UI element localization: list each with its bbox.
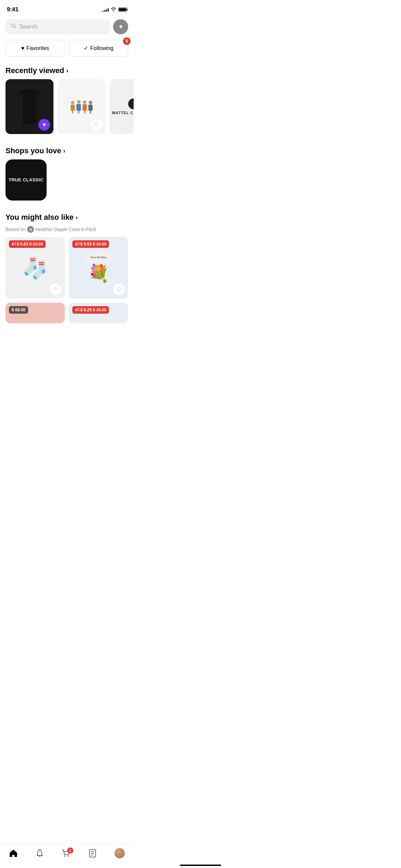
mattel-logo: MATTEL CREATIONS [112, 98, 134, 115]
shops-chevron-icon[interactable]: › [63, 147, 65, 155]
also-like-title: You might also like [5, 213, 74, 222]
recently-viewed-chevron-icon[interactable]: › [66, 67, 68, 74]
recently-viewed-section: Recently viewed › [0, 59, 134, 79]
favorite-btn-2[interactable]: ♡ [90, 119, 102, 131]
also-like-chevron-icon[interactable]: › [76, 214, 78, 221]
action-buttons: ♥ Favorites ✓ Following 8 [0, 37, 134, 59]
wishlist-btn-2[interactable]: ♡ [113, 284, 125, 295]
signal-strength-icon [102, 8, 109, 12]
shops-section: Shops you love › [0, 140, 134, 159]
recently-viewed-item-2[interactable]: ♡ [58, 79, 106, 134]
recently-viewed-scroll[interactable]: ♥ [0, 79, 134, 140]
shirt-image [17, 89, 41, 124]
figures-image [71, 100, 93, 113]
price-tag-2: 🏷 $ 5.63 $ 15.00 [72, 240, 109, 248]
shop-card-trueclassic[interactable]: TRUE CLASSIC [5, 159, 47, 201]
heart-icon: ♥ [21, 45, 25, 51]
status-time: 9:41 [7, 6, 19, 13]
ai-search-button[interactable]: ✦ [113, 19, 128, 34]
product-image-3: $ 68.00 [5, 303, 65, 323]
product-image-2: 🏷 $ 5.63 $ 15.00 Vera Bradley 💐 ♡ [69, 237, 128, 299]
search-container: Search ✦ [0, 16, 134, 37]
product-card-3[interactable]: $ 68.00 [5, 303, 65, 323]
product-image-1: 🏷 $ 5.63 $ 15.00 🧦 ♡ [5, 237, 65, 299]
battery-icon [118, 8, 127, 12]
following-badge: 8 [123, 37, 131, 45]
product-image-4: 🏷 $ 6.25 $ 15.00 [69, 303, 128, 323]
product-grid: 🏷 $ 5.63 $ 15.00 🧦 ♡ 🏷 $ 5.63 $ 15.00 [0, 237, 134, 323]
shops-title: Shops you love [5, 146, 61, 155]
heart-filled-icon: ♥ [42, 122, 46, 128]
recently-viewed-item-1[interactable]: ♥ [5, 79, 53, 134]
product-card-4[interactable]: 🏷 $ 6.25 $ 15.00 [69, 303, 128, 323]
shops-list: TRUE CLASSIC [0, 159, 134, 201]
product-icon: 🧦 [27, 226, 34, 233]
shop-logo-text: TRUE CLASSIC [6, 174, 46, 186]
wifi-icon [111, 7, 116, 12]
tag-icon-4: 🏷 [75, 308, 79, 312]
heart-outline-icon: ♡ [94, 122, 99, 128]
search-icon [11, 23, 16, 30]
price-tag-1: 🏷 $ 5.63 $ 15.00 [9, 240, 46, 248]
checkmark-icon: ✓ [84, 45, 88, 51]
recently-viewed-item-3[interactable]: MATTEL CREATIONS [110, 79, 134, 134]
search-bar[interactable]: Search [5, 19, 110, 34]
vera-bradley-product: Vera Bradley 💐 [85, 252, 112, 284]
heart-outline-icon-2: ♡ [117, 286, 121, 293]
following-button[interactable]: ✓ Following 8 [69, 40, 128, 57]
also-like-subtitle: Based on 🧦 Heather Staple Crew 6-Pack [0, 226, 134, 237]
tag-icon-1: 🏷 [12, 242, 16, 246]
wishlist-btn-1[interactable]: ♡ [50, 284, 61, 295]
tag-icon-2: 🏷 [75, 242, 79, 246]
sparkle-icon: ✦ [118, 23, 124, 31]
product-card-1[interactable]: 🏷 $ 5.63 $ 15.00 🧦 ♡ [5, 237, 65, 299]
recently-viewed-title: Recently viewed [5, 66, 64, 75]
product-card-2[interactable]: 🏷 $ 5.63 $ 15.00 Vera Bradley 💐 ♡ [69, 237, 128, 299]
price-tag-3: $ 68.00 [9, 306, 28, 314]
status-icons [102, 7, 127, 12]
favorite-btn-1[interactable]: ♥ [38, 119, 50, 131]
status-bar: 9:41 [0, 0, 134, 16]
price-tag-4: 🏷 $ 6.25 $ 15.00 [72, 306, 109, 314]
also-like-section: You might also like › [0, 206, 134, 226]
heart-outline-icon-1: ♡ [53, 286, 58, 293]
search-placeholder: Search [19, 23, 38, 30]
favorites-button[interactable]: ♥ Favorites [5, 40, 65, 57]
